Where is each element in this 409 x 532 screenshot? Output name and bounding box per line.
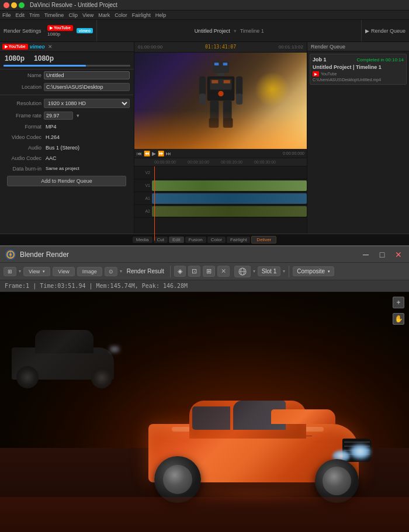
channel-icon-1[interactable]: ◈: [174, 266, 186, 277]
job-yt-label: YouTube: [321, 72, 337, 76]
render-queue-btn[interactable]: ▶ Render Queue: [365, 28, 405, 34]
hand-tool-btn[interactable]: ✋: [393, 313, 404, 325]
blender-logo-icon: [5, 249, 16, 260]
svg-rect-15: [212, 80, 218, 84]
job-card-1[interactable]: Job 1 Completed in 00:10:14 Untitled Pro…: [310, 54, 407, 85]
job-status: Completed in 00:10:14: [357, 57, 404, 62]
bg-car-wheel-right: [91, 367, 112, 388]
render-result-label: Render Result: [124, 268, 167, 274]
bg-car-headlight: [109, 346, 120, 353]
svg-point-6: [218, 91, 223, 96]
track-a1: A1: [134, 192, 307, 205]
blender-title: Blender Render: [20, 251, 69, 259]
framerate-input[interactable]: [44, 112, 73, 120]
transport-play[interactable]: ▶: [152, 151, 156, 157]
zoom-controls: +: [393, 297, 404, 308]
timeline-tracks: V2 V1 A1: [134, 166, 307, 241]
menu-mark[interactable]: Mark: [98, 12, 110, 18]
youtube-preset-btn[interactable]: ▶ YouTube: [47, 25, 73, 31]
timeline-scale-4: 00:00:30:00: [254, 160, 276, 164]
timeline-scale-2: 00:00:10:00: [188, 160, 209, 164]
menu-color[interactable]: Color: [115, 12, 127, 18]
menu-help[interactable]: Help: [155, 12, 167, 18]
job-id: Job 1: [313, 57, 327, 62]
timeline-name: Timeline 1: [240, 28, 264, 34]
blender-tool-icon-1[interactable]: ⊞: [4, 267, 16, 276]
timeline-scale-3: 00:00:20:00: [221, 160, 242, 164]
menu-timeline[interactable]: Timeline: [44, 12, 64, 18]
preview-frame: [134, 53, 307, 149]
blender-titlebar: Blender Render ─ □ ✕: [0, 246, 409, 263]
svg-rect-10: [236, 93, 242, 105]
menu-trim[interactable]: Trim: [29, 12, 40, 18]
menu-edit[interactable]: Edit: [16, 12, 25, 18]
svg-rect-7: [199, 77, 205, 96]
render-close-btn[interactable]: ✕: [217, 266, 230, 277]
world-icon[interactable]: [234, 266, 251, 277]
blender-minimize-btn[interactable]: ─: [360, 249, 372, 260]
name-label: Name: [4, 72, 41, 78]
transport-fwd[interactable]: ⏭: [166, 151, 171, 157]
car-headlight-left: [350, 444, 370, 459]
minimize-btn-yellow[interactable]: [11, 2, 17, 8]
view-menu-2[interactable]: View: [53, 267, 74, 276]
playhead: [154, 166, 155, 241]
view-menu-1[interactable]: View ▾: [23, 267, 50, 276]
blender-window: Blender Render ─ □ ✕ ⊞ ▾ View ▾ View Ima…: [0, 245, 409, 532]
mode-fairlight[interactable]: Fairlight: [227, 237, 250, 243]
menu-file[interactable]: File: [2, 12, 11, 18]
mode-media[interactable]: Media: [133, 237, 152, 243]
davinci-title: DaVinci Resolve - Untitled Project: [30, 2, 117, 8]
audio-clip-2[interactable]: [152, 206, 307, 217]
mode-edit[interactable]: Edit: [169, 237, 184, 243]
close-btn-red[interactable]: [4, 2, 9, 8]
zoom-in-btn[interactable]: +: [393, 297, 404, 308]
blender-close-btn[interactable]: ✕: [393, 249, 404, 260]
transport-rew[interactable]: ⏮: [137, 151, 142, 157]
blender-render-canvas: + ✋: [0, 292, 409, 532]
channel-icon-2[interactable]: ⊡: [188, 266, 200, 277]
location-input[interactable]: [44, 83, 130, 91]
mode-deliver[interactable]: Deliver: [251, 236, 276, 244]
job-file-path: C:\Users\ASUS\Desktop\Untitled.mp4: [313, 78, 404, 82]
audio-clip-1[interactable]: [152, 193, 307, 204]
davinci-titlebar: DaVinci Resolve - Untitled Project: [0, 0, 409, 11]
center-panel: 01:00:00:00 01:13:41:07 00:01:13:02: [134, 42, 307, 241]
render-display-icon[interactable]: ⊙: [105, 267, 117, 276]
menu-fairlight[interactable]: Fairlight: [132, 12, 151, 18]
timecode-end: 00:01:13:02: [279, 44, 303, 50]
job-project-title: Untitled Project | Timeline 1: [313, 64, 404, 70]
menu-clip[interactable]: Clip: [68, 12, 78, 18]
car-wheel-left: [154, 456, 201, 503]
vimeo-preset-btn[interactable]: vimeo: [77, 28, 93, 33]
blender-maximize-btn[interactable]: □: [376, 249, 388, 260]
image-menu[interactable]: Image: [77, 267, 102, 276]
add-to-queue-btn[interactable]: Add to Render Queue: [7, 176, 126, 186]
slot-select[interactable]: Slot 1: [258, 266, 281, 276]
main-car: [131, 380, 376, 514]
timecode-current: 01:13:41:07: [205, 44, 236, 50]
youtube-logo-small: ▶ YouTube: [2, 44, 28, 50]
video-clip[interactable]: [152, 180, 307, 191]
render-settings-label[interactable]: Render Settings: [4, 28, 41, 34]
svg-rect-16: [223, 80, 230, 84]
project-name: Untitled Project: [195, 28, 230, 34]
resolution-select[interactable]: 1920 x 1080 HD: [44, 99, 130, 108]
mode-fusion[interactable]: Fusion: [185, 237, 206, 243]
timecode-start: 01:00:00:00: [138, 44, 162, 50]
mode-color[interactable]: Color: [207, 237, 226, 243]
channel-icon-3[interactable]: ⊞: [203, 266, 215, 277]
mode-cut[interactable]: Cut: [154, 237, 168, 243]
menu-view[interactable]: View: [82, 12, 93, 18]
transport-prev[interactable]: ⏪: [144, 151, 150, 157]
name-input[interactable]: [44, 71, 130, 79]
data-burn-label: Data burn-in: [4, 166, 41, 172]
maximize-btn-green[interactable]: [19, 2, 25, 8]
render-stats-text: Frame:1 | Time:03:51.94 | Mem:145.74M, P…: [5, 283, 188, 289]
car-wheel-right: [315, 459, 359, 503]
composite-btn[interactable]: Composite ▾: [293, 266, 334, 276]
timeline-counter: 0:00:00:000: [283, 151, 304, 155]
resolution-label: Resolution: [4, 100, 41, 106]
transport-next[interactable]: ⏩: [158, 151, 164, 157]
quality-progress-bar: [4, 65, 86, 67]
